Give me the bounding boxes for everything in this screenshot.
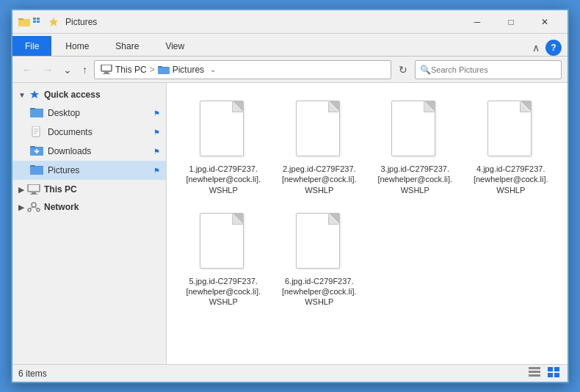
main-content: ▼ Quick access: [12, 83, 568, 364]
svg-rect-27: [32, 192, 36, 194]
title-bar: Pictures ─ □ ✕: [12, 10, 568, 34]
documents-pin-icon: ⚑: [153, 128, 160, 137]
svg-rect-6: [37, 21, 40, 23]
tab-view[interactable]: View: [153, 36, 197, 56]
file-explorer-window: Pictures ─ □ ✕ File Home Share View ∧ ? …: [11, 9, 569, 383]
address-bar: ← → ⌄ ↑ This PC > Pictures ⌄ ↻ 🔍: [12, 57, 568, 83]
sidebar-item-documents[interactable]: Documents ⚑: [12, 123, 166, 142]
pin-icon: [48, 16, 59, 28]
svg-line-33: [34, 207, 38, 208]
file-page: [296, 213, 340, 269]
svg-point-29: [32, 203, 36, 207]
ribbon-tab-bar: File Home Share View ∧ ?: [12, 34, 568, 56]
file-page: [200, 213, 244, 269]
file-name: 5.jpg.id-C279F237.[newhelper@cock.li].WS…: [183, 276, 264, 308]
tab-share[interactable]: Share: [103, 36, 151, 56]
svg-rect-7: [101, 65, 112, 71]
svg-rect-25: [30, 167, 43, 175]
file-item-file4[interactable]: 4.jpg.id-C279F237.[newhelper@cock.li].WS…: [466, 95, 557, 201]
file-page: [296, 101, 340, 156]
list-view-button[interactable]: [526, 366, 543, 380]
search-input[interactable]: [431, 65, 557, 74]
address-path[interactable]: This PC > Pictures ⌄: [94, 60, 391, 79]
desktop-folder-icon: [30, 106, 43, 120]
search-box[interactable]: 🔍: [415, 60, 562, 79]
sidebar-header-network[interactable]: ▶ Network: [12, 199, 166, 215]
desktop-label: Desktop: [48, 108, 151, 118]
sidebar-header-this-pc[interactable]: ▶ This PC: [12, 181, 166, 197]
svg-rect-8: [104, 72, 109, 73]
documents-icon: [30, 126, 43, 139]
svg-rect-15: [30, 109, 43, 117]
file-icon: [296, 101, 343, 159]
documents-label: Documents: [48, 127, 151, 137]
svg-point-30: [28, 208, 31, 211]
file-name: 6.jpg.id-C279F237.[newhelper@cock.li].WS…: [279, 276, 360, 308]
sidebar-item-pictures[interactable]: Pictures ⚑: [12, 161, 166, 180]
quick-access-label: Quick access: [44, 90, 101, 100]
file-item-file2[interactable]: 2.jpeg.id-C279F237.[newhelper@cock.li].W…: [275, 95, 365, 201]
chevron-right-icon: ▶: [18, 186, 24, 194]
path-dropdown-icon: ⌄: [210, 65, 216, 73]
file-item-file5[interactable]: 5.jpg.id-C279F237.[newhelper@cock.li].WS…: [178, 207, 269, 313]
title-bar-icons: [18, 16, 59, 28]
ribbon-expand-area: ∧ ?: [529, 40, 568, 56]
file-icon: [200, 101, 247, 159]
svg-rect-28: [30, 194, 37, 195]
chevron-right-icon-2: ▶: [18, 203, 24, 211]
pictures-label: Pictures: [48, 165, 151, 175]
ribbon-expand-button[interactable]: ∧: [529, 40, 543, 55]
svg-line-32: [29, 207, 34, 208]
search-icon: 🔍: [420, 65, 431, 75]
sidebar-header-quick-access[interactable]: ▼ Quick access: [12, 86, 166, 104]
forward-button[interactable]: →: [39, 62, 57, 77]
close-button[interactable]: ✕: [528, 10, 562, 34]
path-sep-1: >: [150, 65, 155, 75]
path-part-pictures: Pictures: [173, 65, 204, 75]
recent-locations-button[interactable]: ⌄: [59, 62, 76, 77]
svg-rect-38: [554, 367, 559, 371]
up-button[interactable]: ↑: [79, 62, 91, 77]
svg-rect-9: [103, 73, 110, 74]
tab-file[interactable]: File: [12, 36, 51, 56]
this-pc-label: This PC: [44, 184, 77, 195]
chevron-down-icon: ▼: [18, 91, 26, 99]
pictures-folder-icon: [30, 164, 43, 177]
status-bar: 6 items: [12, 364, 568, 382]
maximize-button[interactable]: □: [494, 10, 528, 34]
file-icon: [296, 213, 343, 272]
downloads-pin-icon: ⚑: [153, 148, 160, 156]
window-icon: [18, 16, 30, 28]
file-name: 3.jpg.id-C279F237.[newhelper@cock.li].WS…: [374, 164, 455, 195]
file-item-file6[interactable]: 6.jpg.id-C279F237.[newhelper@cock.li].WS…: [275, 207, 365, 313]
sidebar-section-quick-access: ▼ Quick access: [12, 86, 166, 180]
svg-rect-2: [18, 20, 30, 26]
minimize-button[interactable]: ─: [460, 10, 494, 34]
file-page: [391, 101, 435, 156]
back-button[interactable]: ←: [18, 62, 36, 77]
sidebar-item-downloads[interactable]: Downloads ⚑: [12, 142, 166, 161]
ribbon: File Home Share View ∧ ?: [12, 34, 568, 57]
tab-home[interactable]: Home: [53, 36, 101, 56]
grid-view-button[interactable]: [545, 366, 562, 380]
file-icon: [200, 213, 247, 272]
file-item-file3[interactable]: 3.jpg.id-C279F237.[newhelper@cock.li].WS…: [370, 95, 460, 201]
window-controls: ─ □ ✕: [460, 10, 562, 34]
svg-rect-40: [554, 373, 559, 377]
file-item-file1[interactable]: 1.jpg.id-C279F237.[newhelper@cock.li].WS…: [178, 95, 269, 201]
refresh-button[interactable]: ↻: [394, 62, 412, 77]
svg-rect-34: [529, 367, 540, 369]
window-title: Pictures: [65, 17, 460, 27]
file-name: 1.jpg.id-C279F237.[newhelper@cock.li].WS…: [183, 164, 264, 195]
file-icon: [487, 101, 534, 159]
help-button[interactable]: ?: [545, 40, 562, 56]
sidebar-item-desktop[interactable]: Desktop ⚑: [12, 104, 166, 123]
svg-rect-36: [529, 374, 540, 377]
svg-point-31: [37, 208, 40, 211]
sidebar: ▼ Quick access: [12, 83, 167, 364]
file-name: 4.jpg.id-C279F237.[newhelper@cock.li].WS…: [471, 164, 551, 195]
sidebar-section-this-pc: ▶ This PC: [12, 181, 166, 197]
svg-rect-39: [548, 373, 553, 377]
svg-rect-5: [33, 21, 36, 23]
svg-rect-37: [548, 367, 553, 371]
